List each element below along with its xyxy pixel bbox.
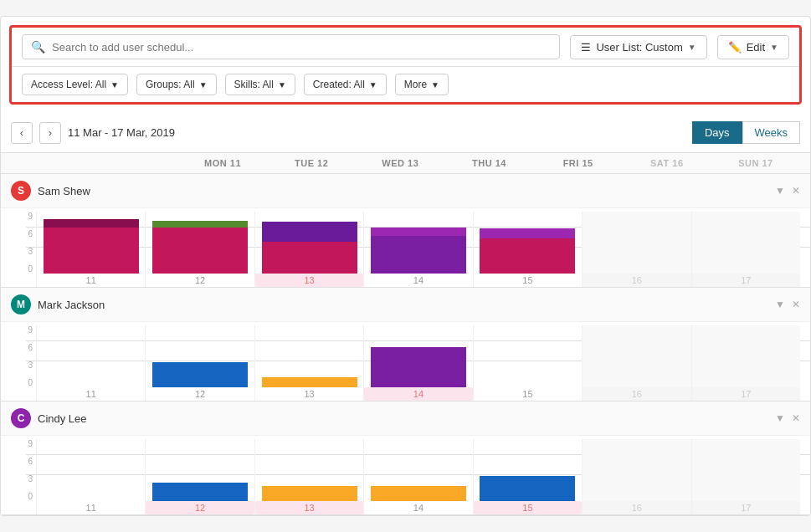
dropdown-icon-1[interactable]: ▼ xyxy=(775,299,785,310)
y-label-0-0: 0 xyxy=(28,264,33,274)
user-section-1: M Mark Jackson ▼ ✕ 963011121314151617 xyxy=(1,288,810,402)
filter-access-level[interactable]: Access Level: All ▼ xyxy=(22,74,128,95)
chart-col-inner-1-4 xyxy=(474,327,582,387)
dropdown-icon-2[interactable]: ▼ xyxy=(775,412,785,424)
filter-skills[interactable]: Skills: All ▼ xyxy=(225,74,295,95)
user-actions-2: ▼ ✕ xyxy=(775,412,800,424)
close-icon-0[interactable]: ✕ xyxy=(792,185,800,197)
filter-more[interactable]: More ▼ xyxy=(395,74,449,95)
bar-stack-1-2 xyxy=(262,377,357,387)
chart-col-inner-1-5 xyxy=(583,327,690,387)
x-label-0-1: 12 xyxy=(146,274,254,287)
x-label-2-4: 15 xyxy=(474,501,582,514)
filter-skills-label: Skills: All xyxy=(234,79,274,90)
user-name-0: Sam Shew xyxy=(38,185,768,197)
bar-segment-2-1-0 xyxy=(152,483,248,501)
x-label-2-0: 11 xyxy=(37,501,145,514)
x-label-0-0: 11 xyxy=(37,274,145,287)
bar-segment-0-0-0 xyxy=(44,228,139,274)
chart-col-2-4: 15 xyxy=(473,439,582,514)
view-toggle: Days Weeks xyxy=(692,121,800,144)
chart-col-1-3: 14 xyxy=(363,325,472,401)
bar-segment-1-1-0 xyxy=(152,362,248,387)
user-header-2: C Cindy Lee ▼ ✕ xyxy=(1,402,810,436)
chart-col-1-4: 15 xyxy=(473,325,582,401)
chevron-down-icon-edit: ▼ xyxy=(770,43,778,52)
bar-segment-0-1-0 xyxy=(152,228,248,274)
days-view-button[interactable]: Days xyxy=(692,121,742,144)
chevron-icon-access: ▼ xyxy=(110,80,119,90)
y-label-9-1: 9 xyxy=(28,325,33,335)
filter-created-label: Created: All xyxy=(313,79,365,90)
chevron-icon-more: ▼ xyxy=(431,80,439,90)
user-header-1: M Mark Jackson ▼ ✕ xyxy=(1,288,810,322)
close-icon-1[interactable]: ✕ xyxy=(792,299,800,310)
x-label-0-5: 16 xyxy=(583,274,690,287)
day-label-5: SAT 16 xyxy=(623,153,711,173)
chart-col-1-1: 12 xyxy=(145,325,254,401)
filter-created[interactable]: Created: All ▼ xyxy=(304,74,387,95)
edit-button[interactable]: ✏️ Edit ▼ xyxy=(717,35,789,59)
day-label-6: SUN 17 xyxy=(711,153,800,173)
close-icon-2[interactable]: ✕ xyxy=(792,412,800,424)
chart-col-inner-1-6 xyxy=(692,327,800,387)
user-list-button[interactable]: ☰ User List: Custom ▼ xyxy=(570,35,706,59)
chart-area-0: 963011121314151617 xyxy=(1,208,810,287)
bar-stack-0-0 xyxy=(44,219,139,274)
chart-col-inner-2-3 xyxy=(364,441,472,501)
edit-label: Edit xyxy=(747,41,765,54)
edit-icon: ✏️ xyxy=(728,41,742,54)
chevron-icon-skills: ▼ xyxy=(278,80,286,90)
weeks-view-button[interactable]: Weeks xyxy=(742,121,801,144)
chart-col-2-0: 11 xyxy=(36,439,145,514)
day-label-2: WED 13 xyxy=(356,153,444,173)
search-input[interactable] xyxy=(52,41,551,54)
chart-col-1-2: 13 xyxy=(254,325,363,401)
user-actions-1: ▼ ✕ xyxy=(775,299,800,310)
bar-segment-0-0-1 xyxy=(44,219,139,228)
chart-col-2-2: 13 xyxy=(254,439,363,514)
chart-col-inner-0-0 xyxy=(37,213,145,274)
next-button[interactable]: › xyxy=(39,122,61,144)
x-label-2-6: 17 xyxy=(692,501,800,514)
user-name-1: Mark Jackson xyxy=(38,299,768,311)
y-label-6-2: 6 xyxy=(28,457,33,466)
chart-col-0-0: 11 xyxy=(36,212,145,287)
y-axis-1: 9630 xyxy=(11,325,36,401)
chart-col-inner-1-3 xyxy=(364,327,472,387)
user-actions-0: ▼ ✕ xyxy=(775,185,800,197)
main-container: 🔍 ☰ User List: Custom ▼ ✏️ Edit ▼ Access… xyxy=(0,16,811,516)
toolbar-filters: Access Level: All ▼ Groups: All ▼ Skills… xyxy=(12,67,799,102)
bar-stack-0-4 xyxy=(480,228,575,274)
prev-button[interactable]: ‹ xyxy=(11,122,33,144)
chart-col-0-1: 12 xyxy=(145,212,254,287)
user-avatar-2: C xyxy=(11,408,31,428)
empty-col xyxy=(11,153,178,173)
toolbar-wrapper: 🔍 ☰ User List: Custom ▼ ✏️ Edit ▼ Access… xyxy=(9,25,802,105)
toolbar-top: 🔍 ☰ User List: Custom ▼ ✏️ Edit ▼ xyxy=(12,28,799,67)
bar-segment-0-3-1 xyxy=(371,228,466,236)
x-label-1-2: 13 xyxy=(255,387,363,401)
y-label-6-0: 6 xyxy=(28,229,33,238)
x-label-1-6: 17 xyxy=(692,387,800,401)
dropdown-icon-0[interactable]: ▼ xyxy=(775,185,785,197)
bar-stack-0-2 xyxy=(262,222,357,274)
chart-col-0-4: 15 xyxy=(473,212,582,287)
chart-col-1-0: 11 xyxy=(36,325,145,401)
bar-segment-2-2-0 xyxy=(262,486,357,501)
filter-groups[interactable]: Groups: All ▼ xyxy=(136,74,217,95)
chart-grid-1: 963011121314151617 xyxy=(11,325,800,401)
search-box[interactable]: 🔍 xyxy=(22,34,560,59)
x-label-2-1: 12 xyxy=(146,501,254,514)
bar-stack-1-1 xyxy=(152,362,248,387)
x-label-2-2: 13 xyxy=(255,501,363,514)
chart-col-inner-1-0 xyxy=(37,327,145,387)
day-label-0: MON 11 xyxy=(178,153,267,173)
chart-col-0-2: 13 xyxy=(254,212,363,287)
y-axis-2: 9630 xyxy=(11,439,36,514)
x-label-2-3: 14 xyxy=(364,501,472,514)
chart-grid-0: 963011121314151617 xyxy=(11,212,800,287)
chart-col-inner-0-3 xyxy=(364,213,472,274)
x-label-1-1: 12 xyxy=(146,387,254,401)
bar-segment-0-2-1 xyxy=(262,222,357,242)
